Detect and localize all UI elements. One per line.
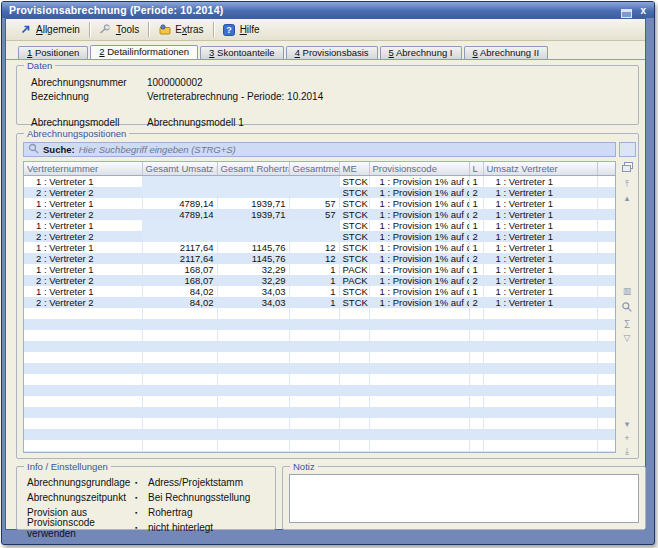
table-cell[interactable]: 1 : Vertreter 1 bbox=[483, 231, 597, 242]
table-row[interactable]: 1 : Vertreter 1STCK1 : Provision 1% auf … bbox=[24, 220, 616, 231]
menu-allgemein[interactable]: Allgemein bbox=[12, 22, 87, 38]
search-input[interactable]: Hier Suchbegriff eingeben (STRG+S) bbox=[79, 144, 236, 155]
table-row[interactable]: 1 : Vertreter 1STCK1 : Provision 1% auf … bbox=[24, 175, 616, 187]
table-cell[interactable]: 1 : Vertreter 1 bbox=[24, 242, 142, 253]
table-cell[interactable]: 12 bbox=[289, 253, 339, 264]
table-cell[interactable]: 2 bbox=[469, 231, 483, 242]
table-cell[interactable]: 2 : Vertreter 2 bbox=[24, 187, 142, 198]
search-icon[interactable] bbox=[619, 301, 635, 314]
tab-detailinformationen[interactable]: 2 Detailinformationen bbox=[90, 45, 198, 59]
table-cell[interactable]: 1 : Vertreter 1 bbox=[24, 198, 142, 209]
table-cell[interactable]: 1 bbox=[469, 220, 483, 231]
table-cell[interactable]: 34,03 bbox=[217, 286, 289, 297]
table-cell[interactable]: 1 : Vertreter 1 bbox=[483, 275, 597, 286]
table-cell[interactable]: 1 : Provision 1% auf den vo bbox=[369, 220, 469, 231]
search-bar[interactable]: Suche: Hier Suchbegriff eingeben (STRG+S… bbox=[23, 142, 616, 157]
column-header[interactable]: Umsatz Vertreter bbox=[483, 162, 597, 175]
table-row[interactable]: 1 : Vertreter 12117,641145,7612STCK1 : P… bbox=[24, 242, 616, 253]
table-row[interactable]: 1 : Vertreter 1168,0732,291PACK1 : Provi… bbox=[24, 264, 616, 275]
search-options-button[interactable] bbox=[619, 142, 636, 157]
table-cell[interactable]: 2 bbox=[469, 253, 483, 264]
grid-menu-icon[interactable] bbox=[619, 161, 635, 174]
table-cell[interactable] bbox=[142, 231, 217, 242]
table-cell[interactable]: 2 bbox=[469, 209, 483, 220]
table-cell[interactable] bbox=[597, 275, 616, 286]
column-header[interactable]: Gesamtmenge bbox=[289, 162, 339, 175]
table-cell[interactable]: 1 : Vertreter 1 bbox=[483, 253, 597, 264]
table-cell[interactable]: 1 : Vertreter 1 bbox=[483, 209, 597, 220]
table-cell[interactable]: 84,02 bbox=[142, 297, 217, 308]
table-cell[interactable]: PACK bbox=[339, 264, 369, 275]
table-cell[interactable]: 1 : Vertreter 1 bbox=[483, 242, 597, 253]
table-cell[interactable] bbox=[597, 286, 616, 297]
close-button[interactable]: x bbox=[638, 5, 648, 16]
table-row[interactable]: 2 : Vertreter 284,0234,031STCK1 : Provis… bbox=[24, 297, 616, 308]
tab-abrechnung-2[interactable]: 6 Abrechnung II bbox=[464, 46, 549, 59]
table-cell[interactable] bbox=[289, 175, 339, 187]
table-cell[interactable]: STCK bbox=[339, 297, 369, 308]
table-cell[interactable]: 84,02 bbox=[142, 286, 217, 297]
table-cell[interactable]: 1 bbox=[469, 286, 483, 297]
table-cell[interactable] bbox=[597, 220, 616, 231]
table-cell[interactable]: 1 bbox=[469, 264, 483, 275]
column-header[interactable]: Provisionscode bbox=[369, 162, 469, 175]
table-cell[interactable]: STCK bbox=[339, 242, 369, 253]
table-cell[interactable]: 1 : Vertreter 1 bbox=[24, 220, 142, 231]
column-header[interactable]: ME bbox=[339, 162, 369, 175]
column-header[interactable]: Vertreternummer bbox=[24, 162, 142, 175]
table-cell[interactable]: 1 bbox=[289, 264, 339, 275]
table-cell[interactable]: STCK bbox=[339, 231, 369, 242]
table-cell[interactable]: STCK bbox=[339, 253, 369, 264]
notiz-textarea[interactable] bbox=[289, 474, 639, 523]
table-cell[interactable] bbox=[597, 175, 616, 187]
table-cell[interactable] bbox=[597, 253, 616, 264]
table-cell[interactable]: 1 : Provision 1% auf den vo bbox=[369, 286, 469, 297]
table-cell[interactable]: 1 : Vertreter 1 bbox=[483, 198, 597, 209]
menu-extras[interactable]: Extras bbox=[151, 22, 210, 38]
table-row[interactable]: 2 : Vertreter 22117,641145,7612STCK1 : P… bbox=[24, 253, 616, 264]
scroll-top-icon[interactable]: ⤒ bbox=[619, 178, 635, 191]
table-cell[interactable]: 1 bbox=[289, 286, 339, 297]
table-row[interactable]: 1 : Vertreter 14789,141939,7157STCK1 : P… bbox=[24, 198, 616, 209]
table-cell[interactable]: STCK bbox=[339, 209, 369, 220]
table-cell[interactable]: 1 : Vertreter 1 bbox=[483, 175, 597, 187]
table-cell[interactable]: 1 : Provision 1% auf den vo bbox=[369, 187, 469, 198]
table-cell[interactable] bbox=[217, 187, 289, 198]
table-cell[interactable]: 1 : Vertreter 1 bbox=[483, 297, 597, 308]
table-cell[interactable]: 2 : Vertreter 2 bbox=[24, 297, 142, 308]
table-cell[interactable]: STCK bbox=[339, 220, 369, 231]
table-cell[interactable]: 2 bbox=[469, 187, 483, 198]
table-cell[interactable]: 1 bbox=[469, 175, 483, 187]
table-cell[interactable]: STCK bbox=[339, 187, 369, 198]
table-cell[interactable]: 2 bbox=[469, 297, 483, 308]
table-cell[interactable] bbox=[597, 264, 616, 275]
table-cell[interactable] bbox=[217, 231, 289, 242]
table-row[interactable]: 2 : Vertreter 2STCK1 : Provision 1% auf … bbox=[24, 231, 616, 242]
table-cell[interactable]: 1 : Vertreter 1 bbox=[483, 187, 597, 198]
scroll-down-icon[interactable]: ▾ bbox=[619, 418, 635, 431]
table-cell[interactable]: 32,29 bbox=[217, 275, 289, 286]
tab-skontoanteile[interactable]: 3 Skontoanteile bbox=[200, 46, 284, 59]
column-header[interactable]: L bbox=[469, 162, 483, 175]
table-cell[interactable] bbox=[217, 175, 289, 187]
table-cell[interactable]: 1 : Provision 1% auf den vo bbox=[369, 175, 469, 187]
table-cell[interactable] bbox=[597, 198, 616, 209]
scroll-up-icon[interactable]: ▴ bbox=[619, 192, 635, 205]
table-cell[interactable]: 1 : Provision 1% auf den vo bbox=[369, 264, 469, 275]
table-cell[interactable]: 1 : Vertreter 1 bbox=[483, 286, 597, 297]
table-cell[interactable] bbox=[142, 187, 217, 198]
table-cell[interactable]: 1 bbox=[469, 198, 483, 209]
table-cell[interactable] bbox=[597, 242, 616, 253]
table-cell[interactable]: 2117,64 bbox=[142, 242, 217, 253]
table-cell[interactable]: 1145,76 bbox=[217, 253, 289, 264]
table-cell[interactable]: 1 : Provision 1% auf den vo bbox=[369, 209, 469, 220]
table-cell[interactable]: 1 : Provision 1% auf den vo bbox=[369, 231, 469, 242]
menu-hilfe[interactable]: ?Hilfe bbox=[216, 22, 267, 38]
table-cell[interactable]: 2 : Vertreter 2 bbox=[24, 209, 142, 220]
table-cell[interactable] bbox=[289, 231, 339, 242]
filter-icon[interactable]: ▽ bbox=[619, 332, 635, 345]
table-cell[interactable]: 1939,71 bbox=[217, 209, 289, 220]
table-cell[interactable]: 168,07 bbox=[142, 275, 217, 286]
table-cell[interactable]: STCK bbox=[339, 175, 369, 187]
add-row-icon[interactable]: + bbox=[619, 432, 635, 445]
